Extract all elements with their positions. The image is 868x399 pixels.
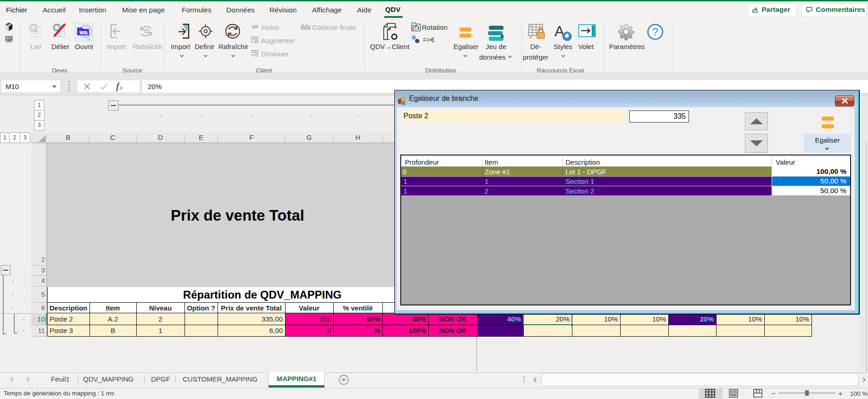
svg-text:c: c [416, 39, 418, 44]
svg-text:x: x [119, 84, 123, 91]
svg-text:?: ? [652, 26, 658, 38]
